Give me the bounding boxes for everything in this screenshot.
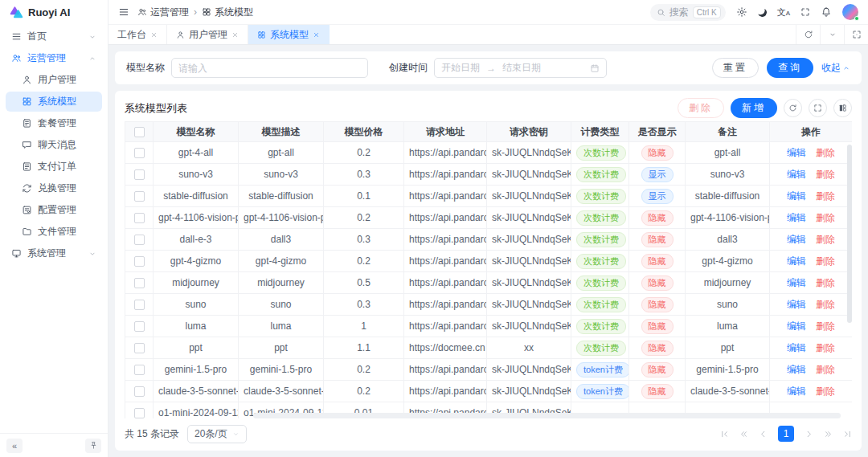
sidebar-item[interactable]: 首页: [6, 27, 102, 47]
billing-tag: token计费: [576, 384, 629, 399]
translate-icon[interactable]: 文A: [777, 8, 790, 17]
sidebar-item[interactable]: 支付订单: [6, 157, 102, 177]
delete-link[interactable]: 删除: [816, 364, 835, 375]
tab-close-icon[interactable]: [313, 31, 320, 39]
delete-link[interactable]: 删除: [816, 190, 835, 202]
pin-sidebar-icon[interactable]: [85, 439, 101, 453]
global-search[interactable]: 搜索 Ctrl K: [650, 4, 726, 21]
pagination-forward-5-icon[interactable]: [824, 430, 833, 439]
edit-link[interactable]: 编辑: [787, 147, 806, 158]
reset-button[interactable]: 重置: [712, 58, 759, 78]
sidebar-item[interactable]: 运营管理: [6, 48, 102, 68]
date-range-picker[interactable]: 开始日期 → 结束日期: [434, 58, 607, 78]
collapse-filter-link[interactable]: 收起: [821, 61, 850, 75]
sidebar-item[interactable]: 套餐管理: [6, 113, 102, 133]
page-size-select[interactable]: 20条/页: [187, 425, 247, 443]
edit-link[interactable]: 编辑: [787, 277, 806, 288]
billing-type-cell: 次数计费: [571, 142, 629, 164]
add-button[interactable]: 新增: [731, 98, 777, 118]
row-checkbox[interactable]: [134, 321, 145, 332]
row-select-cell: [125, 337, 154, 359]
fullscreen-icon[interactable]: [800, 7, 810, 17]
edit-link[interactable]: 编辑: [787, 386, 806, 397]
row-checkbox[interactable]: [134, 169, 145, 180]
settings-icon[interactable]: [736, 6, 747, 18]
delete-link[interactable]: 删除: [816, 169, 835, 180]
sidebar-item[interactable]: 文件管理: [6, 222, 102, 242]
edit-link[interactable]: 编辑: [787, 299, 806, 310]
pagination-last-icon[interactable]: [843, 430, 852, 439]
row-checkbox[interactable]: [134, 256, 145, 267]
tab-close-icon[interactable]: [231, 31, 239, 39]
tab-item[interactable]: 用户管理: [167, 25, 248, 44]
pagination-prev-icon[interactable]: [759, 430, 768, 439]
model-name-input[interactable]: [171, 58, 368, 78]
model-name-cell: gpt-4-all: [154, 142, 239, 164]
edit-link[interactable]: 编辑: [787, 190, 806, 202]
horizontal-scrollbar[interactable]: [253, 413, 841, 418]
current-page-button[interactable]: 1: [778, 426, 794, 442]
pagination-back-5-icon[interactable]: [739, 430, 748, 439]
dark-mode-icon[interactable]: [756, 6, 767, 17]
row-checkbox[interactable]: [134, 213, 145, 223]
delete-link[interactable]: 删除: [816, 342, 835, 353]
delete-link[interactable]: 删除: [816, 386, 835, 397]
sidebar-item[interactable]: 配置管理: [6, 200, 102, 220]
search-button[interactable]: 查询: [767, 58, 813, 78]
pagination-next-icon[interactable]: [805, 430, 813, 439]
visibility-cell: 隐藏: [629, 251, 686, 272]
delete-link[interactable]: 删除: [816, 320, 835, 332]
expand-table-icon[interactable]: [809, 99, 827, 117]
sidebar-item[interactable]: 聊天消息: [6, 135, 102, 155]
refresh-tab-icon[interactable]: [796, 25, 820, 44]
visibility-tag: 显示: [641, 189, 674, 204]
edit-link[interactable]: 编辑: [787, 212, 806, 223]
config-icon: [22, 205, 32, 215]
edit-link[interactable]: 编辑: [787, 364, 806, 375]
tab-menu-chevron-icon[interactable]: [820, 25, 844, 44]
sidebar-item[interactable]: 用户管理: [6, 70, 102, 90]
hamburger-icon[interactable]: [118, 6, 129, 18]
row-checkbox[interactable]: [134, 191, 145, 202]
bell-icon[interactable]: [821, 6, 832, 18]
model-name-cell: dall-e-3: [154, 229, 239, 251]
delete-link[interactable]: 删除: [816, 299, 835, 310]
column-settings-icon[interactable]: [833, 99, 852, 117]
row-checkbox[interactable]: [134, 235, 145, 245]
maximize-content-icon[interactable]: [844, 25, 868, 44]
breadcrumb-item-current[interactable]: 系统模型: [202, 6, 253, 19]
delete-link[interactable]: 删除: [816, 234, 835, 245]
tab-close-icon[interactable]: [150, 31, 158, 39]
sidebar-item[interactable]: 系统管理: [6, 243, 102, 263]
row-checkbox[interactable]: [134, 278, 145, 288]
edit-link[interactable]: 编辑: [787, 255, 806, 267]
collapse-sidebar-button[interactable]: «: [6, 439, 23, 453]
brand-logo[interactable]: Ruoyi AI: [0, 0, 108, 24]
breadcrumb-separator-icon: ›: [194, 6, 197, 18]
sidebar-item[interactable]: 兑换管理: [6, 178, 102, 198]
row-checkbox[interactable]: [134, 148, 145, 158]
row-checkbox[interactable]: [134, 408, 145, 418]
avatar[interactable]: [842, 4, 858, 20]
tab-item[interactable]: 工作台: [108, 25, 167, 44]
delete-link[interactable]: 删除: [816, 212, 835, 223]
row-checkbox[interactable]: [134, 300, 145, 310]
tab-active[interactable]: 系统模型: [248, 25, 330, 44]
edit-link[interactable]: 编辑: [787, 342, 806, 353]
edit-link[interactable]: 编辑: [787, 234, 806, 245]
row-checkbox[interactable]: [134, 343, 145, 353]
row-checkbox[interactable]: [134, 365, 145, 375]
select-all-checkbox[interactable]: [134, 127, 145, 137]
refresh-table-icon[interactable]: [784, 99, 802, 117]
breadcrumb-item-operations[interactable]: 运营管理: [137, 6, 189, 19]
delete-link[interactable]: 删除: [816, 147, 835, 158]
batch-delete-button[interactable]: 删除: [678, 98, 724, 118]
delete-link[interactable]: 删除: [816, 255, 835, 267]
edit-link[interactable]: 编辑: [787, 320, 806, 332]
row-checkbox[interactable]: [134, 386, 145, 397]
edit-link[interactable]: 编辑: [787, 169, 806, 180]
sidebar-item[interactable]: 系统模型: [6, 92, 102, 112]
vertical-scrollbar[interactable]: [847, 145, 852, 323]
delete-link[interactable]: 删除: [816, 277, 835, 288]
pagination-first-icon[interactable]: [720, 430, 729, 439]
